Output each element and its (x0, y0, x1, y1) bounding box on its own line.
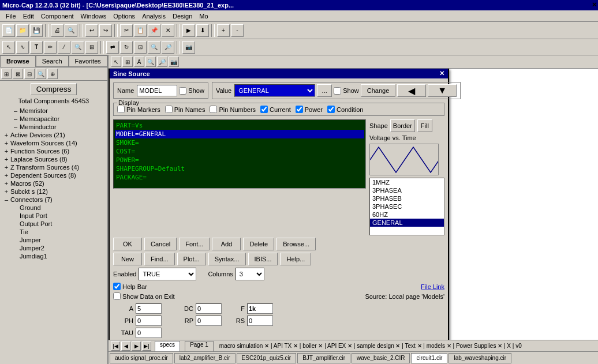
tree-btn2[interactable]: ⊠ (13, 69, 23, 79)
font-btn[interactable]: Font... (179, 238, 210, 250)
help-btn[interactable]: Help... (280, 253, 311, 265)
list-item-shapegroup[interactable]: SHAPEGROUP=Default (115, 164, 364, 173)
power-label[interactable]: Power (296, 106, 323, 113)
canvas-tb3[interactable]: A (134, 57, 144, 67)
ftab-circuit1[interactable]: circuit1.cir (411, 353, 447, 363)
tb-preview[interactable]: 🔍 (65, 24, 77, 37)
tree-item-dependent-sources[interactable]: + Dependent Sources (8) (0, 171, 107, 179)
canvas-tb5[interactable]: 🔎 (157, 57, 167, 67)
list-item-power[interactable]: POWER= (115, 156, 364, 164)
file-link[interactable]: File Link (421, 283, 444, 290)
pin-numbers-label[interactable]: Pin Numbers (210, 106, 256, 113)
tree-item-connectors[interactable]: – Connectors (7) (0, 196, 107, 204)
list-item-smoke[interactable]: SMOKE= (115, 138, 364, 147)
param-tau-input[interactable] (136, 328, 162, 338)
tb2-line[interactable]: ⁄ (58, 41, 70, 54)
ok-btn[interactable]: OK (113, 238, 142, 250)
tab-page1[interactable]: Page 1 (185, 341, 214, 351)
ftab-audio[interactable]: audio signal_proc.cir (110, 353, 173, 363)
menu-edit[interactable]: Edit (20, 12, 38, 21)
fill-btn[interactable]: Fill (417, 119, 432, 132)
tb-stop[interactable]: ⬇ (196, 24, 209, 37)
param-dc-input[interactable] (196, 303, 222, 314)
tb-open[interactable]: 📁 (16, 24, 29, 37)
tb-redo[interactable]: ↪ (99, 24, 112, 37)
dialog-close-btn[interactable]: ✕ (439, 70, 444, 77)
tree-item-memcapacitor[interactable]: – Memcapacitor (0, 115, 107, 123)
change-btn[interactable]: Change (361, 84, 396, 97)
canvas-tb6[interactable]: 📷 (169, 57, 179, 67)
shape-list[interactable]: 1MHZ 3PHASEA 3PHASEB 3PHASEC 60HZ GENERA… (369, 178, 444, 235)
list-item-model[interactable]: MODEL=GENERAL (115, 130, 364, 138)
delete-btn[interactable]: Delete (243, 238, 274, 250)
pin-markers-checkbox[interactable] (117, 106, 125, 113)
show-data-checkbox[interactable] (113, 292, 121, 300)
canvas-tb1[interactable]: ↖ (111, 57, 121, 67)
ftab-lab2[interactable]: lab2_amplifier_B.cir (174, 353, 236, 363)
tb-zoom-out[interactable]: - (231, 24, 244, 37)
menu-options[interactable]: Options (110, 12, 139, 21)
canvas-tb4[interactable]: 🔍 (145, 57, 156, 67)
tb-save[interactable]: 💾 (30, 24, 43, 37)
tb2-wire[interactable]: ∿ (16, 41, 29, 54)
tb-new[interactable]: 📄 (2, 24, 15, 37)
tree-item-subckts[interactable]: + Subckt s (12) (0, 187, 107, 196)
tree-item-jumdiag1[interactable]: Jumdiag1 (0, 252, 107, 260)
tb2-zoom[interactable]: 🔍 (72, 41, 84, 54)
plot-btn[interactable]: Plot... (177, 253, 206, 265)
syntax-btn[interactable]: Syntax... (208, 253, 246, 265)
tree-item-jumper[interactable]: Jumper (0, 236, 107, 244)
tree-item-function-sources[interactable]: + Function Sources (6) (0, 147, 107, 155)
tb2-component[interactable]: ⊞ (85, 41, 98, 54)
current-label[interactable]: Current (260, 106, 291, 113)
columns-select[interactable]: 3 1 2 (236, 268, 264, 280)
list-item-part[interactable]: PART=Vs (115, 121, 364, 130)
shape-item-general[interactable]: GENERAL (370, 219, 444, 227)
pin-numbers-checkbox[interactable] (210, 106, 217, 113)
tree-item-active-devices[interactable]: + Active Devices (21) (0, 131, 107, 139)
tb2-text[interactable]: T (30, 41, 43, 54)
power-checkbox[interactable] (296, 106, 303, 113)
shape-item-3phaseb[interactable]: 3PHASEB (370, 194, 444, 202)
tb2-search2[interactable]: 🔎 (162, 41, 174, 54)
nav-last[interactable]: ▶| (142, 342, 151, 351)
shape-item-60hz[interactable]: 60HZ (370, 211, 444, 219)
tree-item-input-port[interactable]: Input Port (0, 212, 107, 220)
menu-mo[interactable]: Mo (196, 12, 211, 21)
tree-btn3[interactable]: ⊟ (24, 69, 35, 79)
cancel-btn[interactable]: Cancel (144, 238, 177, 250)
tb2-search[interactable]: 🔍 (148, 41, 160, 54)
compress-button[interactable]: Compress (31, 83, 77, 95)
new-btn[interactable]: New (113, 253, 142, 265)
tb-cut[interactable]: ✂ (120, 24, 133, 37)
value-select[interactable]: GENERAL 1MHZ 3PHASEA 60HZ (234, 84, 315, 97)
tree-btn5[interactable]: ⊕ (47, 69, 58, 79)
tb2-rotate[interactable]: ↻ (120, 41, 133, 54)
add-btn[interactable]: Add (212, 238, 241, 250)
param-ph-input[interactable] (136, 316, 162, 326)
param-rs-input[interactable] (247, 316, 273, 326)
shape-item-1mhz[interactable]: 1MHZ (370, 178, 444, 186)
condition-checkbox[interactable] (327, 106, 335, 113)
tree-item-macros[interactable]: + Macros (52) (0, 179, 107, 187)
tab-specs[interactable]: specs (155, 341, 180, 351)
condition-label[interactable]: Condition (327, 106, 363, 113)
name-input[interactable] (137, 85, 177, 96)
tree-item-output-port[interactable]: Output Port (0, 220, 107, 228)
tb-print[interactable]: 🖨 (51, 24, 63, 37)
tb2-select[interactable]: ↖ (2, 41, 15, 54)
tree-item-laplace-sources[interactable]: + Laplace Sources (8) (0, 155, 107, 163)
tb-delete[interactable]: ✕ (162, 24, 174, 37)
list-item-package[interactable]: PACKAGE= (115, 173, 364, 182)
tb-undo[interactable]: ↩ (85, 24, 98, 37)
param-rp-input[interactable] (196, 316, 222, 326)
tree-btn4[interactable]: 🔍 (36, 69, 46, 79)
menu-windows[interactable]: Windows (77, 12, 110, 21)
ibis-btn[interactable]: IBIS... (248, 253, 278, 265)
tb2-pen[interactable]: ✏ (44, 41, 57, 54)
ftab-wave[interactable]: wave_basic_2.CIR (352, 353, 410, 363)
tree-item-meminductor[interactable]: – Meminductor (0, 123, 107, 131)
menu-design[interactable]: Design (169, 12, 196, 21)
nav-first[interactable]: |◀ (111, 342, 120, 351)
shape-item-3phasec[interactable]: 3PHASEC (370, 202, 444, 211)
